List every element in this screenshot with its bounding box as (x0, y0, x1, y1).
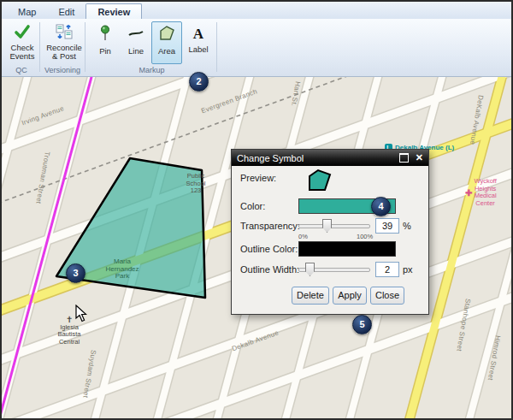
reconcile-label-2: & Post (45, 52, 83, 61)
outline-width-unit: px (403, 264, 413, 275)
group-separator (85, 22, 86, 72)
school-label-line: 123 (176, 187, 215, 195)
slider-thumb[interactable] (322, 219, 332, 233)
hospital-cross-icon: ✚ (465, 188, 472, 198)
close-button[interactable]: Close (370, 287, 404, 305)
area-icon (158, 25, 175, 45)
reconcile-icon (56, 24, 73, 43)
callout-badge-4: 4 (371, 197, 391, 216)
mouse-cursor-icon (75, 305, 87, 326)
check-icon (14, 24, 31, 43)
maximize-icon[interactable] (399, 153, 409, 163)
close-icon[interactable]: ✕ (416, 153, 423, 163)
transparency-slider[interactable] (298, 219, 370, 232)
slider-thumb[interactable] (305, 263, 315, 276)
label-tool-button[interactable]: A Label (183, 21, 214, 64)
preview-label: Preview: (240, 173, 276, 183)
pin-tool-label: Pin (91, 46, 120, 56)
outline-width-label: Outline Width: (240, 264, 299, 275)
slider-track[interactable] (298, 224, 370, 228)
check-events-button[interactable]: Check Events (4, 21, 40, 65)
outline-color-swatch[interactable] (298, 241, 396, 257)
group-label-qc: QC (3, 66, 39, 74)
transparency-label: Transparency: (240, 221, 300, 231)
pin-tool-button[interactable]: Pin (90, 21, 121, 64)
callout-badge-5: 5 (352, 315, 372, 334)
group-separator (216, 22, 217, 72)
pin-icon (97, 25, 113, 45)
ribbon: Check Events QC (2, 19, 511, 77)
park-label: Maria Hernandez Park (96, 258, 149, 281)
ribbon-group-qc: Check Events QC (3, 20, 40, 74)
dialog-title: Change Symbol (237, 153, 399, 163)
ribbon-group-markup: Pin Line Area A Label Markup (87, 20, 217, 74)
transparency-value-field[interactable]: 39 (375, 218, 399, 234)
line-icon (128, 25, 144, 45)
hospital-label-line: Center (474, 200, 496, 208)
transparency-max-label: 100% (357, 233, 373, 240)
line-tool-label: Line (121, 46, 150, 56)
reconcile-post-button[interactable]: Reconcile & Post (44, 21, 84, 65)
change-symbol-dialog: Change Symbol ✕ Preview: Color: Transpar… (231, 149, 429, 315)
group-label-versioning: Versioning (40, 66, 85, 74)
check-events-label-2: Events (5, 52, 39, 61)
color-label: Color: (240, 201, 265, 211)
school-label: Public School 123 (176, 173, 215, 195)
symbol-preview (307, 168, 333, 197)
tab-review[interactable]: Review (86, 3, 142, 19)
tab-edit[interactable]: Edit (47, 4, 86, 19)
delete-button[interactable]: Delete (292, 287, 329, 305)
transparency-unit: % (403, 221, 411, 231)
label-tool-label: Label (184, 44, 213, 54)
outline-width-value-field[interactable]: 2 (375, 262, 399, 277)
transparency-min-label: 0% (298, 233, 308, 240)
application-window: Map Edit Review Check Events QC (0, 0, 513, 420)
area-tool-label: Area (152, 46, 181, 56)
hospital-label: ✚ Wyckoff Heights Medical Center (465, 178, 497, 207)
dialog-title-bar[interactable]: Change Symbol ✕ (232, 150, 428, 166)
ribbon-group-versioning: Reconcile & Post Versioning (40, 20, 86, 74)
apply-button[interactable]: Apply (333, 287, 367, 305)
callout-badge-3: 3 (66, 263, 86, 283)
callout-badge-2: 2 (189, 72, 209, 92)
church-label-line: Central (48, 339, 91, 346)
outline-color-label: Outline Color: (240, 244, 298, 254)
label-a-icon: A (193, 25, 203, 44)
area-tool-button[interactable]: Area (151, 21, 182, 64)
line-tool-button[interactable]: Line (121, 21, 151, 64)
park-label-line: Park (96, 273, 149, 281)
ribbon-tab-bar: Map Edit Review (2, 2, 511, 19)
outline-width-slider[interactable] (298, 263, 370, 275)
tab-map[interactable]: Map (7, 4, 47, 19)
